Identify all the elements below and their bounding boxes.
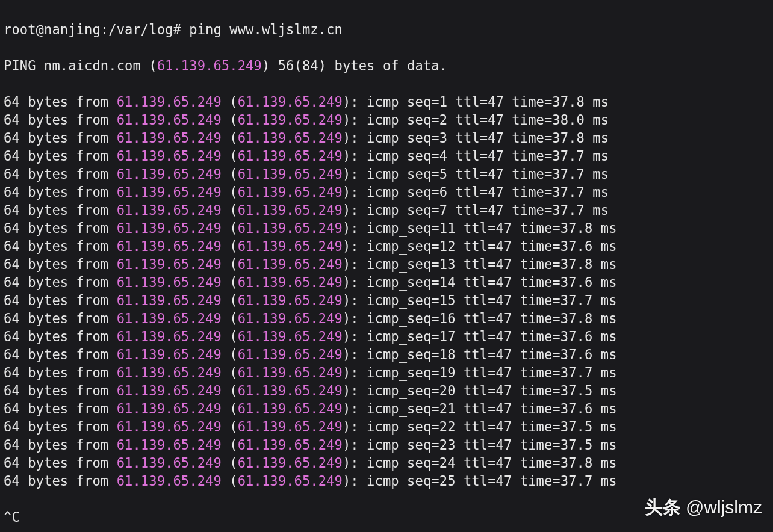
ip-address: 61.139.65.249 xyxy=(238,347,343,362)
ping-reply-line: 64 bytes from 61.139.65.249 (61.139.65.2… xyxy=(4,382,769,400)
ip-address: 61.139.65.249 xyxy=(238,383,343,398)
ip-address: 61.139.65.249 xyxy=(117,184,222,200)
ip-address: 61.139.65.249 xyxy=(117,274,222,290)
ping-reply-line: 64 bytes from 61.139.65.249 (61.139.65.2… xyxy=(4,201,769,219)
ip-address: 61.139.65.249 xyxy=(117,256,222,272)
ip-address: 61.139.65.249 xyxy=(238,256,343,272)
ping-reply-line: 64 bytes from 61.139.65.249 (61.139.65.2… xyxy=(4,345,769,363)
ping-reply-line: 64 bytes from 61.139.65.249 (61.139.65.2… xyxy=(4,93,769,111)
ip-address: 61.139.65.249 xyxy=(117,166,222,182)
ip-address: 61.139.65.249 xyxy=(238,329,343,344)
ip-address: 61.139.65.249 xyxy=(157,58,262,73)
ip-address: 61.139.65.249 xyxy=(238,202,343,218)
ping-reply-line: 64 bytes from 61.139.65.249 (61.139.65.2… xyxy=(4,436,769,454)
ping-reply-line: 64 bytes from 61.139.65.249 (61.139.65.2… xyxy=(4,129,769,147)
ip-address: 61.139.65.249 xyxy=(238,401,343,416)
ip-address: 61.139.65.249 xyxy=(117,347,222,362)
prompt-line-1: root@nanjing:/var/log# ping www.wljslmz.… xyxy=(4,20,769,39)
ip-address: 61.139.65.249 xyxy=(117,455,222,471)
ip-address: 61.139.65.249 xyxy=(238,184,343,200)
ip-address: 61.139.65.249 xyxy=(117,383,222,398)
ip-address: 61.139.65.249 xyxy=(117,311,222,326)
ping-reply-line: 64 bytes from 61.139.65.249 (61.139.65.2… xyxy=(4,219,769,237)
command-text: ping www.wljslmz.cn xyxy=(189,22,343,37)
prompt-user-host: root@nanjing xyxy=(4,22,101,37)
watermark-prefix: 头条 xyxy=(645,497,686,517)
ping-reply-line: 64 bytes from 61.139.65.249 (61.139.65.2… xyxy=(4,111,769,129)
ip-address: 61.139.65.249 xyxy=(238,311,343,326)
ip-address: 61.139.65.249 xyxy=(238,166,343,182)
ip-address: 61.139.65.249 xyxy=(238,148,343,164)
ping-reply-line: 64 bytes from 61.139.65.249 (61.139.65.2… xyxy=(4,400,769,418)
ip-address: 61.139.65.249 xyxy=(238,238,343,254)
terminal-output[interactable]: root@nanjing:/var/log# ping www.wljslmz.… xyxy=(0,0,773,532)
ping-reply-line: 64 bytes from 61.139.65.249 (61.139.65.2… xyxy=(4,472,769,490)
ip-address: 61.139.65.249 xyxy=(117,401,222,416)
ping-reply-line: 64 bytes from 61.139.65.249 (61.139.65.2… xyxy=(4,255,769,273)
ip-address: 61.139.65.249 xyxy=(117,148,222,164)
ip-address: 61.139.65.249 xyxy=(117,130,222,146)
ip-address: 61.139.65.249 xyxy=(117,292,222,308)
ip-address: 61.139.65.249 xyxy=(117,202,222,218)
ip-address: 61.139.65.249 xyxy=(238,437,343,453)
ping-reply-line: 64 bytes from 61.139.65.249 (61.139.65.2… xyxy=(4,273,769,291)
ping-reply-line: 64 bytes from 61.139.65.249 (61.139.65.2… xyxy=(4,454,769,472)
ping-reply-line: 64 bytes from 61.139.65.249 (61.139.65.2… xyxy=(4,327,769,345)
ip-address: 61.139.65.249 xyxy=(117,437,222,453)
ip-address: 61.139.65.249 xyxy=(117,419,222,435)
ip-address: 61.139.65.249 xyxy=(117,365,222,380)
prompt-path: /var/log xyxy=(108,22,173,37)
ip-address: 61.139.65.249 xyxy=(238,112,343,128)
ip-address: 61.139.65.249 xyxy=(238,473,343,489)
ping-reply-line: 64 bytes from 61.139.65.249 (61.139.65.2… xyxy=(4,165,769,183)
ping-reply-line: 64 bytes from 61.139.65.249 (61.139.65.2… xyxy=(4,147,769,165)
ping-header-line: PING nm.aicdn.com (61.139.65.249) 56(84)… xyxy=(4,57,769,75)
ip-address: 61.139.65.249 xyxy=(238,365,343,380)
ping-reply-line: 64 bytes from 61.139.65.249 (61.139.65.2… xyxy=(4,237,769,255)
watermark-handle: @wljslmz xyxy=(686,497,762,517)
ping-reply-line: 64 bytes from 61.139.65.249 (61.139.65.2… xyxy=(4,183,769,201)
watermark: 头条 @wljslmz xyxy=(645,495,762,520)
ip-address: 61.139.65.249 xyxy=(117,238,222,254)
ip-address: 61.139.65.249 xyxy=(238,419,343,435)
ip-address: 61.139.65.249 xyxy=(238,94,343,110)
ip-address: 61.139.65.249 xyxy=(238,130,343,146)
ip-address: 61.139.65.249 xyxy=(117,473,222,489)
ip-address: 61.139.65.249 xyxy=(117,112,222,128)
ping-reply-line: 64 bytes from 61.139.65.249 (61.139.65.2… xyxy=(4,418,769,436)
ip-address: 61.139.65.249 xyxy=(238,274,343,290)
ip-address: 61.139.65.249 xyxy=(117,220,222,236)
ping-reply-line: 64 bytes from 61.139.65.249 (61.139.65.2… xyxy=(4,363,769,382)
ip-address: 61.139.65.249 xyxy=(117,329,222,344)
ip-address: 61.139.65.249 xyxy=(238,292,343,308)
ip-address: 61.139.65.249 xyxy=(238,220,343,236)
ping-reply-line: 64 bytes from 61.139.65.249 (61.139.65.2… xyxy=(4,291,769,309)
ip-address: 61.139.65.249 xyxy=(238,455,343,471)
ip-address: 61.139.65.249 xyxy=(117,94,222,110)
ping-reply-line: 64 bytes from 61.139.65.249 (61.139.65.2… xyxy=(4,309,769,327)
ping-replies: 64 bytes from 61.139.65.249 (61.139.65.2… xyxy=(4,93,769,490)
